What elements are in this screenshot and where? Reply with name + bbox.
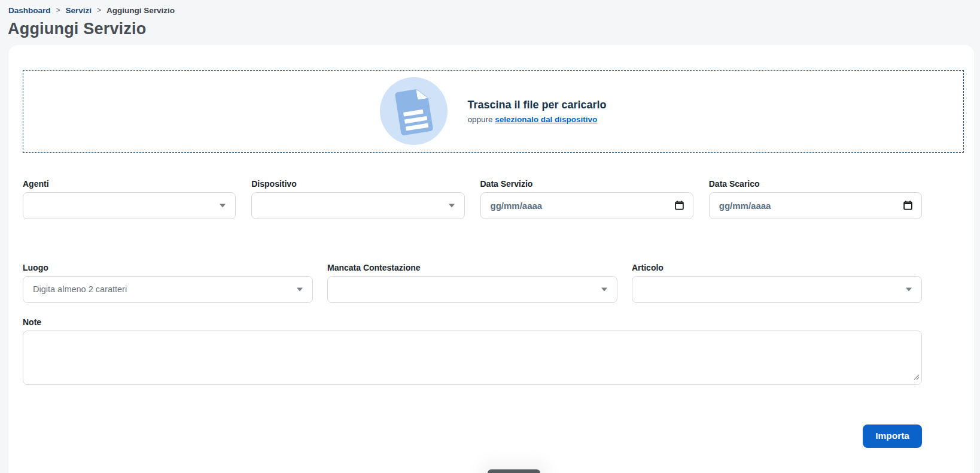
field-mancata-contestazione: Mancata Contestazione — [327, 263, 617, 303]
data-servizio-input[interactable]: gg/mm/aaaa — [480, 192, 693, 219]
dropzone-subtitle: oppure selezionalo dal dispositivo — [467, 115, 606, 124]
dropzone-title: Trascina il file per caricarlo — [467, 99, 606, 111]
data-servizio-label: Data Servizio — [480, 179, 693, 189]
importa-button[interactable]: Importa — [863, 425, 922, 448]
mancata-contestazione-select[interactable] — [327, 276, 617, 303]
note-label: Note — [23, 317, 922, 327]
form-actions: Importa — [23, 425, 922, 448]
note-textarea[interactable] — [23, 331, 922, 385]
page-title: Aggiungi Servizio — [8, 20, 980, 38]
breadcrumb-current: Aggiungi Servizio — [106, 6, 175, 15]
field-articolo: Articolo — [632, 263, 922, 303]
calendar-icon[interactable] — [903, 201, 913, 211]
form-area: Agenti Dispositivo Data Servizio gg/mm/a… — [23, 179, 922, 448]
breadcrumb-separator: > — [97, 6, 101, 14]
articolo-label: Articolo — [632, 263, 922, 272]
resize-grip-icon[interactable] — [914, 372, 920, 383]
breadcrumb-separator: > — [56, 6, 60, 14]
data-servizio-placeholder: gg/mm/aaaa — [491, 201, 543, 211]
breadcrumb-link-servizi[interactable]: Servizi — [66, 6, 92, 15]
chevron-down-icon — [297, 288, 303, 292]
document-icon — [380, 77, 448, 145]
chevron-down-icon — [220, 204, 226, 208]
articolo-select[interactable] — [632, 276, 922, 303]
agenti-label: Agenti — [23, 179, 236, 189]
field-data-scarico: Data Scarico gg/mm/aaaa — [709, 179, 922, 219]
luogo-placeholder: Digita almeno 2 caratteri — [33, 284, 127, 294]
dispositivo-select[interactable] — [251, 192, 464, 219]
field-agenti: Agenti — [23, 179, 236, 219]
data-scarico-input[interactable]: gg/mm/aaaa — [709, 192, 922, 219]
file-dropzone[interactable]: Trascina il file per caricarlo oppure se… — [23, 70, 964, 153]
form-card: Trascina il file per caricarlo oppure se… — [8, 45, 974, 473]
dropzone-subtitle-prefix: oppure — [467, 115, 492, 124]
luogo-combobox[interactable]: Digita almeno 2 caratteri — [23, 276, 313, 303]
calendar-icon[interactable] — [674, 201, 684, 211]
breadcrumb-link-dashboard[interactable]: Dashboard — [8, 6, 51, 15]
agenti-select[interactable] — [23, 192, 236, 219]
chevron-down-icon — [601, 288, 607, 292]
mancata-contestazione-label: Mancata Contestazione — [327, 263, 617, 272]
field-dispositivo: Dispositivo — [251, 179, 464, 219]
dispositivo-label: Dispositivo — [251, 179, 464, 189]
field-luogo: Luogo Digita almeno 2 caratteri — [23, 263, 313, 303]
luogo-label: Luogo — [23, 263, 313, 272]
data-scarico-placeholder: gg/mm/aaaa — [719, 201, 771, 211]
data-scarico-label: Data Scarico — [709, 179, 922, 189]
chevron-down-icon — [906, 288, 912, 292]
bottom-overlay-pill — [488, 469, 540, 473]
field-data-servizio: Data Servizio gg/mm/aaaa — [480, 179, 693, 219]
chevron-down-icon — [449, 204, 455, 208]
field-note: Note — [23, 317, 922, 385]
breadcrumb: Dashboard > Servizi > Aggiungi Servizio — [0, 0, 980, 15]
select-file-link[interactable]: selezionalo dal dispositivo — [495, 115, 597, 124]
